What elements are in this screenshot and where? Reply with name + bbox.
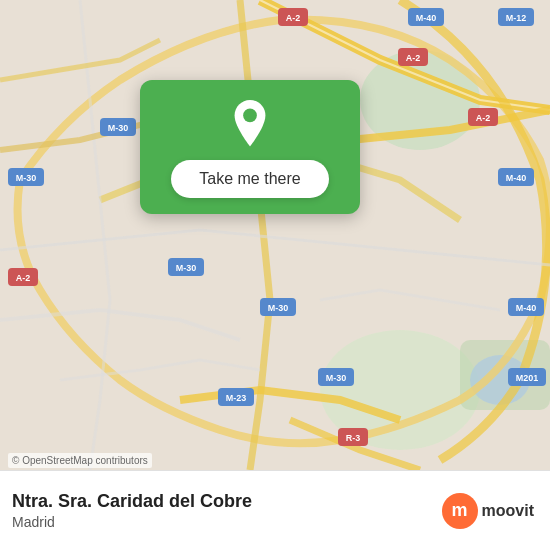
location-info: Ntra. Sra. Caridad del Cobre Madrid — [12, 491, 252, 530]
moovit-logo: m moovit — [442, 493, 534, 529]
moovit-logo-text: moovit — [482, 502, 534, 520]
moovit-logo-icon: m — [442, 493, 478, 529]
svg-text:M-40: M-40 — [506, 173, 527, 183]
svg-point-37 — [243, 109, 257, 123]
svg-text:A-2: A-2 — [476, 113, 491, 123]
svg-text:M-30: M-30 — [268, 303, 289, 313]
svg-text:M-30: M-30 — [326, 373, 347, 383]
location-pin-icon — [226, 100, 274, 148]
svg-text:A-2: A-2 — [406, 53, 421, 63]
location-city: Madrid — [12, 514, 252, 530]
svg-text:M-40: M-40 — [516, 303, 537, 313]
take-me-there-button[interactable]: Take me there — [171, 160, 328, 198]
svg-text:M-30: M-30 — [108, 123, 129, 133]
map-svg: M-30 M-30 M-30 M-30 M-30 A-2 A-2 A-2 M-4… — [0, 0, 550, 470]
location-card: Take me there — [140, 80, 360, 214]
svg-text:A-2: A-2 — [16, 273, 31, 283]
svg-text:M-12: M-12 — [506, 13, 527, 23]
svg-text:M-40: M-40 — [416, 13, 437, 23]
svg-text:A-2: A-2 — [286, 13, 301, 23]
location-name: Ntra. Sra. Caridad del Cobre — [12, 491, 252, 512]
svg-text:M-30: M-30 — [16, 173, 37, 183]
svg-text:M201: M201 — [516, 373, 539, 383]
svg-text:R-3: R-3 — [346, 433, 361, 443]
svg-text:M-30: M-30 — [176, 263, 197, 273]
map-area: M-30 M-30 M-30 M-30 M-30 A-2 A-2 A-2 M-4… — [0, 0, 550, 470]
svg-text:M-23: M-23 — [226, 393, 247, 403]
bottom-bar: Ntra. Sra. Caridad del Cobre Madrid m mo… — [0, 470, 550, 550]
app-container: M-30 M-30 M-30 M-30 M-30 A-2 A-2 A-2 M-4… — [0, 0, 550, 550]
map-attribution: © OpenStreetMap contributors — [8, 453, 152, 468]
